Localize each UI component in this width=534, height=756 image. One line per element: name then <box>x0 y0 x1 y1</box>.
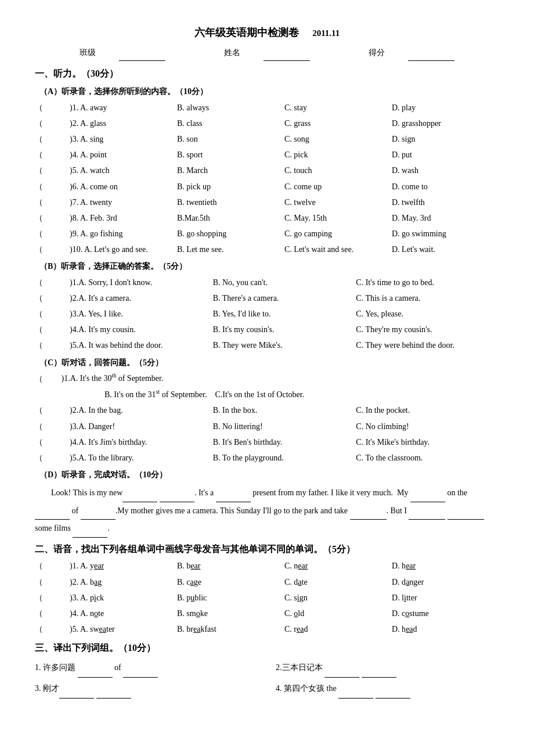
section-a-title: （A）听录音，选择你所听到的内容。（10分） <box>39 84 499 99</box>
table-row: （ )4.A. It's Jim's birthday. B. It's Ben… <box>35 435 499 449</box>
info-line: 班级 姓名 得分 <box>35 45 499 60</box>
paren: （ <box>35 163 70 178</box>
opt-b: B. March <box>177 163 284 178</box>
paren: （ <box>35 291 70 305</box>
paren: （ <box>35 559 70 573</box>
opt-b: B. bear <box>177 559 284 573</box>
table-row: （ )4. A. note B. smoke C. old D. costume <box>35 606 499 621</box>
section-d-title: （D）听录音，完成对话。（10分） <box>39 467 499 482</box>
opt-c: C. This is a camera. <box>356 291 499 305</box>
table-row: （ )10. A. Let's go and see. B. Let me se… <box>35 242 499 257</box>
paren: （ <box>35 374 59 383</box>
table-row: （ )3.A. Danger! B. No littering! C. No c… <box>35 419 499 434</box>
section-b-title: （B）听录音，选择正确的答案。（5分） <box>39 259 499 273</box>
table-row: （ )3.A. Yes, I like. B. Yes, I'd like to… <box>35 307 499 321</box>
table-row: B. It's on the 31st of September. C.It's… <box>35 387 499 402</box>
opt-b: B. breakfast <box>177 622 284 636</box>
opt-a: )4.A. It's Jim's birthday. <box>70 435 213 449</box>
title-area: 六年级英语期中检测卷 2011.11 <box>35 23 499 42</box>
opt-d: D. play <box>392 100 499 115</box>
score-label: 得分 <box>357 48 466 57</box>
opt-d: D. wash <box>392 163 499 178</box>
paren: （ <box>35 622 70 636</box>
opt-d: D. sign <box>392 132 499 146</box>
opt-b: B. pick up <box>177 179 284 194</box>
class-label: 班级 <box>68 48 177 57</box>
opt-c: C. sign <box>284 591 392 605</box>
opt-a: )8. A. Feb. 3rd <box>70 211 177 225</box>
opt-c: C. old <box>284 606 392 621</box>
section-c-title: （C）听对话，回答问题。（5分） <box>39 355 499 370</box>
main-title: 六年级英语期中检测卷 <box>194 23 299 42</box>
opt-a: )4. A. note <box>70 606 177 621</box>
table-row: （ )6. A. come on B. pick up C. come up D… <box>35 179 499 194</box>
table-row: （ )9. A. go fishing B. go shopping C. go… <box>35 226 499 241</box>
section-d-text: Look! This is my new . It's a present fr… <box>35 484 499 537</box>
opt-c: C. They were behind the door. <box>356 338 499 352</box>
table-row: （ )8. A. Feb. 3rd B.Mar.5th C. May. 15th… <box>35 211 499 225</box>
opt-c: C. Let's wait and see. <box>284 242 392 257</box>
section-a: （A）听录音，选择你所听到的内容。（10分） （ )1. A. away B. … <box>35 84 499 257</box>
opt-c: C. May. 15th <box>284 211 392 225</box>
opt-c: C. Yes, please. <box>356 307 499 321</box>
section-2-title: 二、语音，找出下列各组单词中画线字母发音与其他单词不同的单词。（5分） <box>35 541 499 558</box>
table-row: （ )3. A. sing B. son C. song D. sign <box>35 132 499 146</box>
opt-b: B. smoke <box>177 606 284 621</box>
opt-b: B. son <box>177 132 284 146</box>
table-row: （ )2.A. In the bag. B. In the box. C. In… <box>35 403 499 417</box>
opt-a: )5.A. It was behind the door. <box>70 338 213 352</box>
opt-a: )5. A. watch <box>70 163 177 178</box>
opt-c: C. In the pocket. <box>356 403 499 417</box>
opt-c: C. twelve <box>284 195 392 210</box>
paren: （ <box>35 451 70 465</box>
opt-a: )1.A. Sorry, I don't know. <box>70 275 213 290</box>
section-3-title: 三、译出下列词组。（10分） <box>35 640 499 657</box>
paren: （ <box>35 242 70 257</box>
opt-a: )5.A. To the library. <box>70 451 213 465</box>
section-2: 二、语音，找出下列各组单词中画线字母发音与其他单词不同的单词。（5分） （ )1… <box>35 541 499 637</box>
opt-c: C. read <box>284 622 392 636</box>
opt-a: )1.A. It's the 30th of September. <box>62 374 164 383</box>
opt-c: C. song <box>284 132 392 146</box>
opt-b: B. sport <box>177 147 284 162</box>
opt-d: D. go swimming <box>392 226 499 241</box>
opt-a: )2.A. It's a camera. <box>70 291 213 305</box>
paren: （ <box>35 575 70 589</box>
opt-d: D. May. 3rd <box>392 211 499 225</box>
page-container: 六年级英语期中检测卷 2011.11 班级 姓名 得分 一、听力。（30分） （… <box>35 23 499 699</box>
table-row: （ )2. A. bag B. cage C. date D. danger <box>35 575 499 589</box>
name-label: 姓名 <box>212 48 322 57</box>
opt-b: B. Let me see. <box>177 242 284 257</box>
opt-a: )6. A. come on <box>70 179 177 194</box>
opt-a: )2.A. In the bag. <box>70 403 213 417</box>
table-row: （ )1.A. It's the 30th of September. <box>35 371 499 386</box>
section-3-row1: 1. 许多问题 of 2.三本日记本 <box>35 659 499 678</box>
opt-d: D. come to <box>392 179 499 194</box>
opt-a: )3. A. pick <box>70 591 177 605</box>
paren: （ <box>35 275 70 290</box>
paren: （ <box>35 435 70 449</box>
opt-c: C. come up <box>284 179 392 194</box>
table-row: （ )5.A. To the library. B. To the playgr… <box>35 451 499 465</box>
paren: （ <box>35 179 70 194</box>
paren: （ <box>35 606 70 621</box>
date-label: 2011.11 <box>312 28 340 38</box>
section-d: （D）听录音，完成对话。（10分） Look! This is my new .… <box>35 467 499 537</box>
opt-b: B. In the box. <box>213 403 356 417</box>
opt-c: C. grass <box>284 116 392 131</box>
opt-c: C. To the classroom. <box>356 451 499 465</box>
paren: （ <box>35 419 70 434</box>
paren: （ <box>35 338 70 352</box>
opt-a: )5. A. sweater <box>70 622 177 636</box>
section-c: （C）听对话，回答问题。（5分） （ )1.A. It's the 30th o… <box>35 355 499 466</box>
table-row: （ )1.A. Sorry, I don't know. B. No, you … <box>35 275 499 290</box>
opt-d: D. danger <box>392 575 499 589</box>
opt-b: B. go shopping <box>177 226 284 241</box>
table-row: （ )3. A. pick B. public C. sign D. litte… <box>35 591 499 605</box>
opt-a: )4. A. point <box>70 147 177 162</box>
paren: （ <box>35 307 70 321</box>
opt-b: B. twentieth <box>177 195 284 210</box>
table-row: （ )5. A. sweater B. breakfast C. read D.… <box>35 622 499 636</box>
opt-c: C. date <box>284 575 392 589</box>
opt-c: C. go camping <box>284 226 392 241</box>
